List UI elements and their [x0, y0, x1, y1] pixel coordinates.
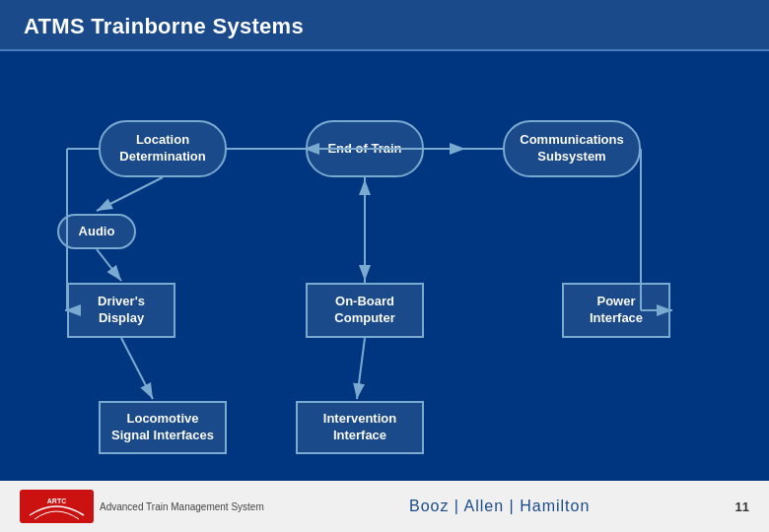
title-bar: ATMS Trainborne Systems	[0, 0, 769, 51]
svg-line-10	[357, 338, 365, 399]
box-intervention: Intervention Interface	[296, 401, 424, 454]
box-audio: Audio	[57, 214, 136, 249]
svg-line-8	[97, 249, 121, 281]
box-endoftrain: End of Train	[306, 120, 424, 177]
slide-title: ATMS Trainborne Systems	[24, 14, 304, 38]
svg-text:ARTC: ARTC	[47, 498, 66, 504]
box-loco: Locomotive Signal Interfaces	[99, 401, 227, 454]
footer-brand: Booz | Allen | Hamilton	[409, 498, 590, 515]
box-onboard: On-Board Computer	[306, 283, 424, 338]
footer: ARTC Advanced Train Management System Bo…	[0, 481, 769, 532]
box-power: Power Interface	[562, 283, 670, 338]
content-area: Location Determination End of Train Comm…	[0, 51, 769, 481]
box-communications: Communications Subsystem	[503, 120, 641, 177]
footer-page: 11	[735, 498, 749, 515]
artc-logo-icon: ARTC	[20, 490, 94, 523]
box-location: Location Determination	[99, 120, 227, 177]
svg-line-7	[97, 177, 163, 211]
footer-subtitle: Advanced Train Management System	[100, 501, 264, 512]
svg-line-9	[121, 338, 153, 399]
footer-logo-area: ARTC Advanced Train Management System	[20, 490, 264, 523]
slide: ATMS Trainborne Systems Location Determi…	[0, 0, 769, 532]
box-drivers: Driver's Display	[67, 283, 175, 338]
